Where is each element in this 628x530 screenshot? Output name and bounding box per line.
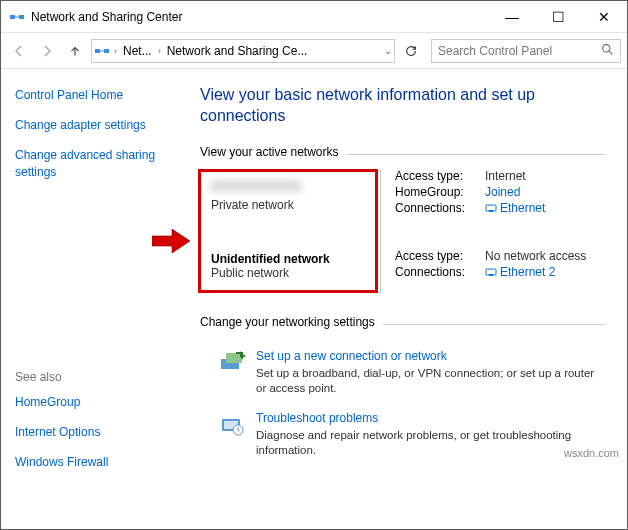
svg-rect-8 <box>489 274 493 276</box>
access-type-label: Access type: <box>395 249 485 263</box>
titlebar: Network and Sharing Center — ☐ ✕ <box>1 1 627 33</box>
sidebar-item-home[interactable]: Control Panel Home <box>15 87 176 103</box>
setup-connection-item[interactable]: Set up a new connection or network Set u… <box>218 349 605 397</box>
homegroup-label: HomeGroup: <box>395 185 485 199</box>
network-name: Unidentified network <box>211 252 365 266</box>
watermark: wsxdn.com <box>564 447 619 459</box>
troubleshoot-item[interactable]: Troubleshoot problems Diagnose and repai… <box>218 411 605 459</box>
content: View your basic network information and … <box>190 69 627 529</box>
breadcrumb-item[interactable]: Net... <box>121 44 154 58</box>
access-type-value: Internet <box>485 169 526 183</box>
ethernet-icon <box>485 266 497 278</box>
sidebar-item-homegroup[interactable]: HomeGroup <box>15 394 176 410</box>
network-center-icon <box>9 9 25 25</box>
svg-point-4 <box>603 44 610 51</box>
window: Network and Sharing Center — ☐ ✕ › Net..… <box>0 0 628 530</box>
maximize-button[interactable]: ☐ <box>535 1 581 33</box>
network-name-blurred <box>211 180 301 192</box>
search-placeholder: Search Control Panel <box>438 44 552 58</box>
network-center-icon <box>94 43 110 59</box>
connection-link[interactable]: Ethernet <box>485 201 545 215</box>
sidebar-item-adapter[interactable]: Change adapter settings <box>15 117 176 133</box>
see-also-heading: See also <box>15 370 176 384</box>
setup-connection-icon <box>218 349 246 377</box>
window-title: Network and Sharing Center <box>31 10 489 24</box>
network-info-panel: Access type:Internet HomeGroup:Joined Co… <box>395 169 605 281</box>
sidebar-item-internet-options[interactable]: Internet Options <box>15 424 176 440</box>
homegroup-link[interactable]: Joined <box>485 185 520 199</box>
svg-rect-6 <box>489 210 493 212</box>
ethernet-icon <box>485 202 497 214</box>
svg-rect-2 <box>95 49 100 53</box>
back-button[interactable] <box>7 39 31 63</box>
minimize-button[interactable]: — <box>489 1 535 33</box>
breadcrumb[interactable]: › Net... › Network and Sharing Ce... ⌄ <box>91 39 395 63</box>
connections-label: Connections: <box>395 265 485 279</box>
search-input[interactable]: Search Control Panel <box>431 39 621 63</box>
sidebar-item-firewall[interactable]: Windows Firewall <box>15 454 176 470</box>
sidebar: Control Panel Home Change adapter settin… <box>1 69 190 529</box>
svg-rect-0 <box>10 15 15 19</box>
svg-rect-3 <box>104 49 109 53</box>
up-button[interactable] <box>63 39 87 63</box>
search-icon <box>601 43 614 59</box>
highlight-arrow-icon <box>152 229 190 253</box>
setup-connection-desc: Set up a broadband, dial-up, or VPN conn… <box>256 366 605 397</box>
chevron-down-icon[interactable]: ⌄ <box>384 45 392 56</box>
refresh-button[interactable] <box>399 39 423 63</box>
troubleshoot-icon <box>218 411 246 439</box>
section-change-settings: Change your networking settings <box>200 315 375 329</box>
chevron-right-icon: › <box>156 46 163 56</box>
troubleshoot-desc: Diagnose and repair network problems, or… <box>256 428 605 459</box>
active-network-highlight: Private network Unidentified network Pub… <box>198 169 378 293</box>
troubleshoot-title: Troubleshoot problems <box>256 411 605 425</box>
setup-connection-title: Set up a new connection or network <box>256 349 605 363</box>
close-button[interactable]: ✕ <box>581 1 627 33</box>
connection-link[interactable]: Ethernet 2 <box>485 265 555 279</box>
navbar: › Net... › Network and Sharing Ce... ⌄ S… <box>1 33 627 69</box>
page-heading: View your basic network information and … <box>200 85 605 127</box>
access-type-value: No network access <box>485 249 595 263</box>
forward-button[interactable] <box>35 39 59 63</box>
connections-label: Connections: <box>395 201 485 215</box>
section-active-networks: View your active networks <box>200 145 339 159</box>
svg-rect-1 <box>19 15 24 19</box>
sidebar-item-advanced[interactable]: Change advanced sharing settings <box>15 147 176 179</box>
access-type-label: Access type: <box>395 169 485 183</box>
network-type: Private network <box>211 198 365 212</box>
main-area: Control Panel Home Change adapter settin… <box>1 69 627 529</box>
network-type: Public network <box>211 266 365 280</box>
breadcrumb-item[interactable]: Network and Sharing Ce... <box>165 44 310 58</box>
svg-rect-10 <box>226 353 242 363</box>
chevron-right-icon: › <box>112 46 119 56</box>
